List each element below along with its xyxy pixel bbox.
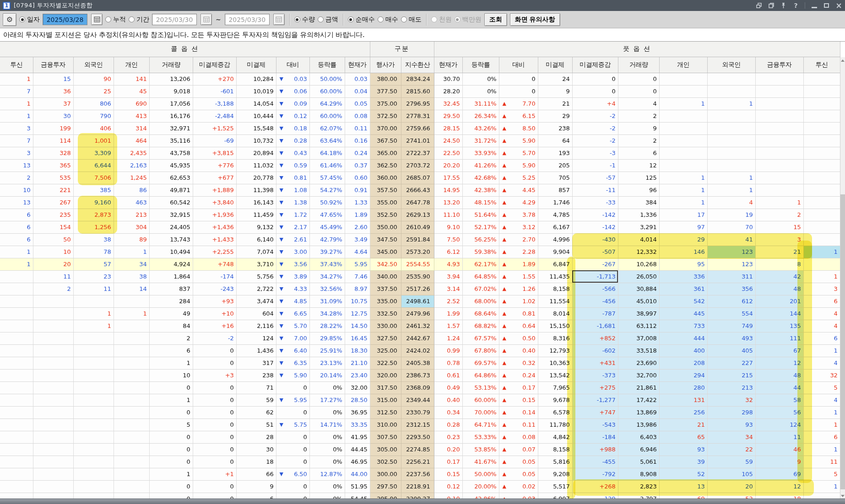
cell[interactable]: 0 <box>149 406 193 418</box>
cell[interactable]: -566 <box>572 283 618 295</box>
cell[interactable] <box>33 307 73 320</box>
cell[interactable]: -69 <box>193 134 236 147</box>
cell[interactable]: 18.30 <box>345 344 370 357</box>
cell[interactable]: 36.95 <box>345 406 370 418</box>
cell[interactable] <box>73 357 114 369</box>
cell[interactable]: 0.15 <box>434 468 462 480</box>
cell[interactable]: 15 <box>33 73 73 85</box>
cell[interactable]: 857 <box>538 184 572 196</box>
cell[interactable] <box>755 184 803 196</box>
cell[interactable]: 1,336 <box>618 209 659 221</box>
cell[interactable]: 45,010 <box>618 295 659 307</box>
cell[interactable] <box>33 493 73 499</box>
cell[interactable]: 53.33% <box>462 431 499 443</box>
cell[interactable]: 0 <box>276 443 309 456</box>
cell[interactable] <box>114 357 149 369</box>
cell[interactable]: 2,797 <box>618 493 659 499</box>
cell[interactable]: 201 <box>755 295 803 307</box>
cell[interactable]: 12.87% <box>309 468 345 480</box>
cell[interactable]: ▼4.33 <box>276 283 309 295</box>
cell[interactable] <box>0 381 33 394</box>
cell[interactable]: 21 <box>755 246 803 258</box>
cell[interactable]: 294 <box>659 369 707 381</box>
cell[interactable] <box>33 357 73 369</box>
index-equivalent-cell[interactable]: 2554.55 <box>401 258 434 270</box>
cell[interactable]: 0 <box>149 443 193 456</box>
cell[interactable]: 93 <box>659 443 707 456</box>
cell[interactable]: 0 <box>193 480 236 493</box>
cell[interactable] <box>114 394 149 406</box>
cell[interactable]: ▲5.25 <box>499 172 538 184</box>
cell[interactable]: 32.56% <box>309 283 345 295</box>
strike-price-cell[interactable]: 295.00 <box>370 493 401 499</box>
cell[interactable]: 17 <box>659 209 707 221</box>
cell[interactable]: 13.20 <box>434 196 462 209</box>
cell[interactable]: 9,018 <box>149 85 193 97</box>
cell[interactable]: ▼3.56 <box>276 258 309 270</box>
cell[interactable]: 1.89 <box>345 209 370 221</box>
cell[interactable] <box>33 406 73 418</box>
cell[interactable]: 1 <box>707 172 755 184</box>
cell[interactable]: ▼7.00 <box>276 332 309 344</box>
cell[interactable] <box>73 332 114 344</box>
cell[interactable]: 0 <box>193 394 236 406</box>
cell[interactable]: ▼5.90 <box>276 369 309 381</box>
cell[interactable]: 1 <box>803 344 840 357</box>
cell[interactable]: 690 <box>114 97 149 110</box>
cell[interactable]: 304 <box>114 221 149 233</box>
cell[interactable]: 66 <box>236 468 276 480</box>
cell[interactable]: 0.20 <box>434 443 462 456</box>
cell[interactable]: ▲1.26 <box>499 283 538 295</box>
cell[interactable]: -129 <box>572 493 618 499</box>
cell[interactable]: 8 <box>755 258 803 270</box>
radio-million-won[interactable]: 백만원 <box>455 16 482 24</box>
index-equivalent-cell[interactable]: 2237.56 <box>401 468 434 480</box>
cell[interactable]: 12.75 <box>345 307 370 320</box>
cell[interactable]: +275 <box>572 381 618 394</box>
index-equivalent-cell[interactable]: 2274.85 <box>401 443 434 456</box>
cell[interactable]: 23,690 <box>618 357 659 369</box>
cell[interactable] <box>803 147 840 159</box>
cell[interactable]: ▲0.32 <box>499 357 538 369</box>
strike-price-cell[interactable]: 345.00 <box>370 246 401 258</box>
period-from-calendar-button[interactable] <box>200 14 212 25</box>
cell[interactable] <box>73 295 114 307</box>
maximize-icon[interactable] <box>823 2 830 9</box>
cell[interactable]: 2 <box>618 110 659 122</box>
cell[interactable]: 52 <box>659 468 707 480</box>
cell[interactable]: 227 <box>707 357 755 369</box>
strike-price-cell[interactable]: 350.00 <box>370 221 401 233</box>
cell[interactable] <box>73 344 114 357</box>
cell[interactable]: 28 <box>236 431 276 443</box>
cell[interactable]: 2,163 <box>114 159 149 172</box>
cell[interactable] <box>0 443 33 456</box>
cell[interactable]: 23 <box>73 270 114 283</box>
strike-price-cell[interactable]: 312.50 <box>370 406 401 418</box>
cell[interactable]: 9.10 <box>434 221 462 233</box>
cell[interactable]: 317 <box>236 357 276 369</box>
cell[interactable]: 0% <box>462 73 499 85</box>
cell[interactable]: 9,678 <box>538 394 572 406</box>
cell[interactable]: 0% <box>309 406 345 418</box>
cell[interactable]: ▼6.65 <box>276 307 309 320</box>
cell[interactable] <box>114 381 149 394</box>
cell[interactable]: 0 <box>572 85 618 97</box>
cell[interactable]: 8,908 <box>618 468 659 480</box>
scrollbar-thumb[interactable] <box>840 194 845 489</box>
cell[interactable]: 93 <box>707 418 755 431</box>
cell[interactable]: 3.94 <box>434 270 462 283</box>
cell[interactable]: 8,014 <box>538 307 572 320</box>
cell[interactable]: 14.71% <box>309 418 345 431</box>
cell[interactable]: ▼3.89 <box>276 270 309 283</box>
cell[interactable]: -142 <box>572 221 618 233</box>
index-equivalent-cell[interactable]: 2815.60 <box>401 85 434 97</box>
cell[interactable]: 4,014 <box>618 233 659 246</box>
cell[interactable]: 205 <box>538 159 572 172</box>
cell[interactable]: 10.75 <box>345 295 370 307</box>
cell[interactable]: 0.99 <box>434 344 462 357</box>
cell[interactable]: 31.11% <box>462 97 499 110</box>
cell[interactable]: 59 <box>707 456 755 468</box>
cell[interactable]: ▼5.95 <box>276 394 309 406</box>
cell[interactable]: +1 <box>193 468 236 480</box>
cell[interactable]: 111 <box>755 332 803 344</box>
